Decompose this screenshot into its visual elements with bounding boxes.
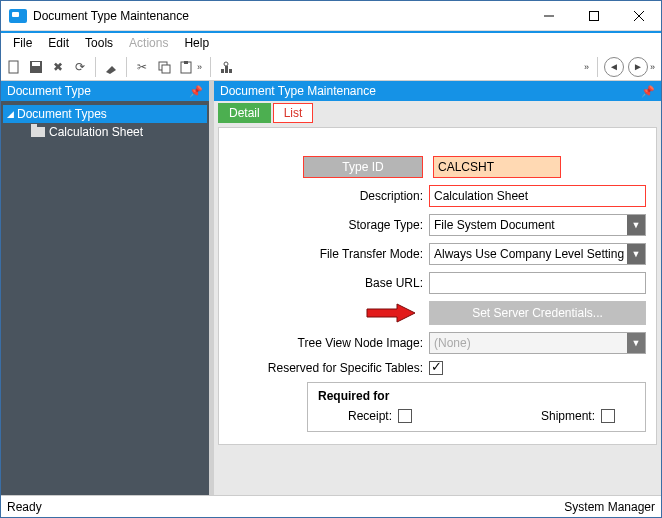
- statusbar: Ready System Manager: [1, 495, 661, 517]
- menu-tools[interactable]: Tools: [77, 34, 121, 52]
- set-server-credentials-button: Set Server Credentials...: [429, 301, 646, 325]
- paste-icon[interactable]: [175, 56, 197, 78]
- pin-icon[interactable]: 📌: [189, 85, 203, 98]
- svg-rect-10: [184, 61, 188, 64]
- menu-actions: Actions: [121, 34, 176, 52]
- tree-image-label: Tree View Node Image:: [229, 336, 429, 350]
- chevron-down-icon: ▼: [627, 244, 645, 264]
- svg-rect-13: [229, 69, 232, 73]
- main-panel: Document Type Maintenance 📌 Detail List …: [214, 81, 661, 495]
- chevron-down-icon: ▼: [627, 333, 645, 353]
- shipment-label: Shipment:: [541, 409, 601, 423]
- tree-view[interactable]: ◢ Document Types Calculation Sheet: [1, 101, 209, 495]
- app-icon: [9, 9, 27, 23]
- detail-form: Type ID CALCSHT Description: Storage Typ…: [218, 127, 657, 445]
- close-button[interactable]: [616, 1, 661, 30]
- refresh-icon[interactable]: ⟳: [69, 56, 91, 78]
- sidebar-title: Document Type: [7, 84, 91, 98]
- reserved-checkbox[interactable]: [429, 361, 443, 375]
- nav-forward-button[interactable]: ►: [628, 57, 648, 77]
- toolbar: ✖ ⟳ ✂ » » ◄ ► »: [1, 53, 661, 81]
- description-input[interactable]: [429, 185, 646, 207]
- base-url-input[interactable]: [429, 272, 646, 294]
- pin-icon[interactable]: 📌: [641, 85, 655, 98]
- svg-marker-15: [367, 304, 415, 322]
- tree-child-label: Calculation Sheet: [49, 125, 143, 139]
- svg-rect-6: [32, 62, 40, 66]
- tab-detail[interactable]: Detail: [218, 103, 271, 123]
- toolbar-overflow-icon[interactable]: »: [197, 62, 202, 72]
- svg-rect-8: [162, 65, 170, 73]
- required-for-title: Required for: [318, 389, 635, 403]
- svg-rect-12: [225, 66, 228, 73]
- main-header: Document Type Maintenance 📌: [214, 81, 661, 101]
- new-icon[interactable]: [3, 56, 25, 78]
- menu-help[interactable]: Help: [176, 34, 217, 52]
- storage-type-label: Storage Type:: [229, 218, 429, 232]
- receipt-label: Receipt:: [318, 409, 398, 423]
- cut-icon[interactable]: ✂: [131, 56, 153, 78]
- svg-rect-4: [9, 61, 18, 73]
- tree-root[interactable]: ◢ Document Types: [3, 105, 207, 123]
- status-left: Ready: [7, 500, 42, 514]
- nav-back-button[interactable]: ◄: [604, 57, 624, 77]
- type-id-button[interactable]: Type ID: [303, 156, 423, 178]
- storage-type-select[interactable]: File System Document ▼: [429, 214, 646, 236]
- file-transfer-select[interactable]: Always Use Company Level Setting ▼: [429, 243, 646, 265]
- tab-list[interactable]: List: [273, 103, 314, 123]
- expand-icon[interactable]: ◢: [7, 109, 17, 119]
- titlebar: Document Type Maintenance: [1, 1, 661, 31]
- toolbar-overflow-right-icon[interactable]: »: [584, 62, 589, 72]
- maximize-button[interactable]: [571, 1, 616, 30]
- tree-root-label: Document Types: [17, 107, 107, 121]
- window-title: Document Type Maintenance: [33, 9, 526, 23]
- shipment-checkbox[interactable]: [601, 409, 615, 423]
- delete-icon[interactable]: ✖: [47, 56, 69, 78]
- menubar: File Edit Tools Actions Help: [1, 31, 661, 53]
- tree-image-select: (None) ▼: [429, 332, 646, 354]
- minimize-button[interactable]: [526, 1, 571, 30]
- type-id-field[interactable]: CALCSHT: [433, 156, 561, 178]
- tree-item-calculation-sheet[interactable]: Calculation Sheet: [3, 123, 207, 141]
- app-window: Document Type Maintenance File Edit Tool…: [0, 0, 662, 518]
- folder-icon: [31, 127, 45, 137]
- status-right: System Manager: [564, 500, 655, 514]
- receipt-checkbox[interactable]: [398, 409, 412, 423]
- svg-rect-11: [221, 69, 224, 73]
- reserved-label: Reserved for Specific Tables:: [229, 361, 429, 375]
- sidebar-header: Document Type 📌: [1, 81, 209, 101]
- required-for-group: Required for Receipt: Shipment:: [307, 382, 646, 432]
- sidebar: Document Type 📌 ◢ Document Types Calcula…: [1, 81, 209, 495]
- save-icon[interactable]: [25, 56, 47, 78]
- menu-edit[interactable]: Edit: [40, 34, 77, 52]
- menu-file[interactable]: File: [5, 34, 40, 52]
- tab-strip: Detail List: [218, 103, 657, 123]
- base-url-label: Base URL:: [229, 276, 429, 290]
- copy-icon[interactable]: [153, 56, 175, 78]
- find-icon[interactable]: [215, 56, 237, 78]
- clear-icon[interactable]: [100, 56, 122, 78]
- file-transfer-label: File Transfer Mode:: [229, 247, 429, 261]
- nav-overflow-icon[interactable]: »: [650, 62, 655, 72]
- main-title: Document Type Maintenance: [220, 84, 376, 98]
- svg-rect-1: [589, 11, 598, 20]
- svg-point-14: [224, 62, 228, 66]
- chevron-down-icon: ▼: [627, 215, 645, 235]
- callout-arrow-icon: [363, 303, 417, 323]
- description-label: Description:: [229, 189, 429, 203]
